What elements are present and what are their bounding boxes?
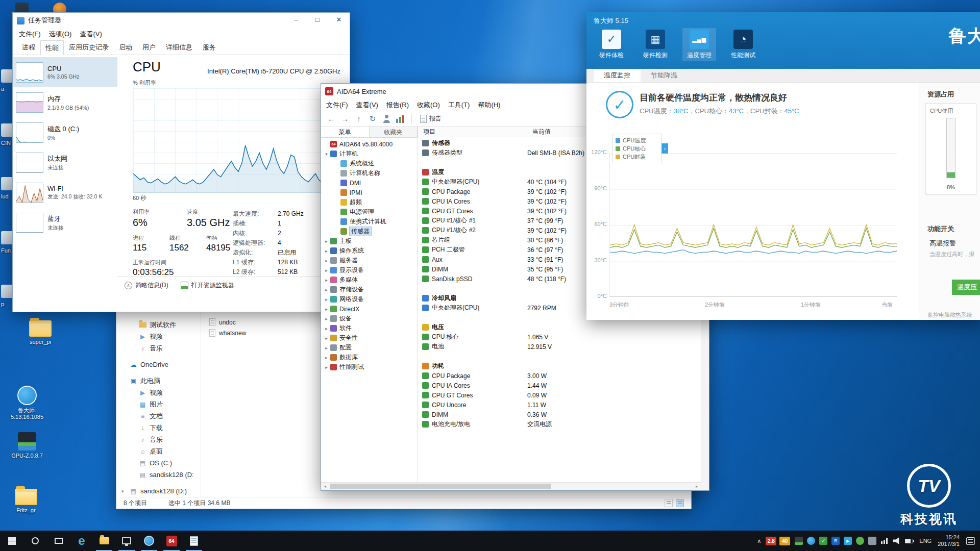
tree-item[interactable]: 便携式计算机 — [321, 217, 418, 227]
sensor-section-row[interactable]: 功耗 — [418, 361, 701, 371]
taskbar-file-explorer[interactable] — [93, 531, 115, 551]
sensor-row[interactable]: CPU GT Cores0.09 W — [418, 390, 701, 400]
tree-item[interactable]: ▸主板 — [321, 236, 418, 246]
sensor-row[interactable]: CPU IA Cores1.44 W — [418, 381, 701, 390]
sensor-row[interactable]: DIMM0.36 W — [418, 410, 701, 419]
volume-tray-icon[interactable] — [893, 537, 901, 545]
expand-arrow-icon[interactable]: ▸ — [323, 345, 330, 350]
tree-item[interactable]: 传感器 — [321, 227, 418, 236]
up-icon[interactable] — [353, 113, 365, 125]
forward-icon[interactable] — [339, 113, 351, 125]
desktop-icon[interactable]: 鲁大师.5.13.16.1085 — [5, 386, 49, 420]
menu-item[interactable]: 收藏(O) — [413, 101, 444, 110]
menu-item[interactable]: 工具(T) — [444, 101, 474, 110]
gpu-z-tray-icon[interactable] — [795, 537, 803, 545]
explorer-nav-item[interactable]: ▦图片 — [116, 398, 201, 410]
expand-arrow-icon[interactable]: ▸ — [323, 287, 330, 292]
menu-item[interactable]: 选项(O) — [45, 30, 76, 39]
users-icon[interactable] — [381, 114, 391, 124]
perf-item-bt[interactable]: 蓝牙未连接 — [13, 208, 117, 238]
expand-arrow-icon[interactable]: ▸ — [323, 365, 330, 370]
menu-item[interactable]: 帮助(H) — [474, 101, 504, 110]
legend-expand-button[interactable]: › — [662, 143, 668, 154]
nav-item-bench[interactable]: ◔性能测试 — [726, 28, 760, 61]
tree-item[interactable]: ▸性能测试 — [321, 362, 418, 372]
tree-item[interactable]: ▸存储设备 — [321, 285, 418, 294]
sensor-row[interactable]: CPU Package3.00 W — [418, 371, 701, 381]
tree-item[interactable]: ▾计算机 — [321, 149, 418, 159]
explorer-nav-item[interactable]: ▤OS (C:) — [116, 457, 201, 469]
tab-进程[interactable]: 进程 — [17, 40, 40, 55]
bluetooth-tray-icon[interactable]: B — [831, 537, 840, 545]
collapse-arrow-icon[interactable]: ▾ — [323, 152, 330, 157]
expand-arrow-icon[interactable]: ▸ — [323, 248, 330, 254]
network-tray-icon[interactable] — [880, 537, 889, 545]
menu-item[interactable]: 查看(V) — [76, 30, 106, 39]
open-resource-monitor-link[interactable]: 打开资源监视器 — [181, 281, 234, 290]
minimize-button[interactable] — [285, 13, 307, 28]
tab-应用历史记录[interactable]: 应用历史记录 — [64, 40, 114, 55]
tree-item[interactable]: 超频 — [321, 197, 418, 207]
tree-item[interactable]: ▸多媒体 — [321, 275, 418, 285]
explorer-nav-item[interactable]: ▶视频 — [116, 331, 201, 342]
sensor-section-row[interactable]: 电压 — [418, 322, 701, 332]
taskbar-master-lu[interactable] — [138, 531, 160, 551]
fewer-details-link[interactable]: 简略信息(D) — [125, 281, 168, 290]
menu-item[interactable]: 文件(F) — [15, 30, 45, 39]
battery-tray-icon[interactable] — [905, 539, 913, 543]
task-manager-titlebar[interactable]: 任务管理器 — [13, 13, 350, 28]
nav-item-temp[interactable]: ▂▄▆温度管理 — [682, 28, 716, 61]
desktop-icon[interactable]: super_pi — [18, 317, 62, 345]
refresh-icon[interactable] — [366, 113, 379, 125]
tree-item[interactable]: 64AIDA64 v5.80.4000 — [321, 139, 418, 149]
sensor-row[interactable]: CPU Uncore1.11 W — [418, 400, 701, 410]
tree-item[interactable]: ▸配置 — [321, 343, 418, 353]
tree-item[interactable]: DMI — [321, 178, 418, 188]
explorer-nav-item[interactable]: ⌂桌面 — [116, 445, 201, 457]
master-lu-header[interactable]: 鲁大师 5.15 ✓硬件体检▦硬件检测▂▄▆温度管理◔性能测试 鲁大师 — [586, 12, 980, 69]
column-header-item[interactable]: 项目 — [418, 127, 527, 137]
explorer-nav-item[interactable]: ☁OneDrive — [116, 359, 201, 370]
tree-item[interactable]: ▸DirectX — [321, 304, 418, 314]
nav-item-checkup[interactable]: ✓硬件体检 — [595, 28, 628, 61]
taskbar-notepad[interactable] — [183, 531, 205, 551]
explorer-nav-item[interactable]: ♪音乐 — [116, 342, 201, 354]
search-button[interactable] — [23, 531, 47, 551]
start-button[interactable] — [0, 531, 23, 551]
expand-arrow-icon[interactable]: ▸ — [323, 278, 330, 283]
perf-item-disk[interactable]: 磁盘 0 (C:)0% — [13, 117, 117, 147]
tree-item[interactable]: ▸软件 — [321, 323, 418, 333]
tab-详细信息[interactable]: 详细信息 — [161, 40, 198, 55]
scroll-left-icon[interactable]: ◂ — [321, 484, 329, 489]
perf-item-wifi[interactable]: Wi-Fi发送: 24.0 接收: 32.0 K — [13, 178, 117, 208]
perf-item-mem[interactable]: 内存2.1/3.9 GB (54%) — [13, 87, 117, 117]
security-tray-icon[interactable]: ✓ — [819, 537, 827, 545]
expand-arrow-icon[interactable]: ▸ — [323, 297, 330, 302]
taskbar-task-manager[interactable] — [115, 531, 138, 551]
action-center-icon[interactable] — [966, 537, 975, 545]
expand-arrow-icon[interactable]: ▸ — [323, 268, 330, 273]
explorer-nav-item[interactable]: ▣此电脑 — [116, 375, 201, 387]
panel-tab-收藏夹[interactable]: 收藏夹 — [370, 127, 418, 137]
temperature-test-button[interactable]: 温度压 — [952, 280, 980, 295]
tv-stream-tray-icon[interactable]: ▶ — [844, 537, 852, 545]
tree-item[interactable]: ▸网络设备 — [321, 294, 418, 304]
tree-item[interactable]: ▸安全性 — [321, 333, 418, 343]
maximize-button[interactable] — [307, 13, 328, 28]
close-button[interactable] — [328, 13, 350, 28]
expand-arrow-icon[interactable]: ▸ — [323, 307, 330, 312]
tab-温度监控[interactable]: 温度监控 — [594, 69, 641, 82]
tree-item[interactable]: ▸显示设备 — [321, 265, 418, 275]
list-view-icon[interactable] — [665, 499, 673, 507]
explorer-nav-item[interactable]: ▤sandisk128 (D: — [116, 469, 201, 481]
tree-item[interactable]: ▸操作系统 — [321, 246, 418, 256]
tab-启动[interactable]: 启动 — [114, 40, 137, 55]
tree-item[interactable]: ▸设备 — [321, 314, 418, 323]
desktop-icon-partial[interactable]: Fun — [1, 231, 13, 254]
expand-arrow-icon[interactable]: ▸ — [323, 326, 330, 331]
back-icon[interactable] — [325, 113, 337, 125]
thumbnail-view-icon[interactable] — [676, 499, 684, 507]
sensor-row[interactable]: CPU 核心1.065 V — [418, 332, 701, 342]
desktop-icon-partial[interactable]: p — [1, 285, 13, 307]
explorer-nav-item[interactable]: ♪音乐 — [116, 434, 201, 445]
